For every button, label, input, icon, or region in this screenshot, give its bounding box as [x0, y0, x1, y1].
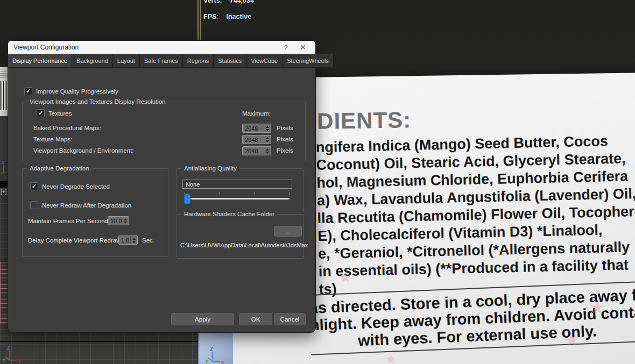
antialiasing-title: Antialiasing Quality [181, 165, 239, 172]
checkbox-checked-icon: ✓ [24, 87, 32, 95]
viewport-border-line [197, 0, 201, 43]
axis-y-label: y [3, 357, 5, 362]
pixels-unit: Pixels [277, 125, 293, 131]
verts-value: 744,034 [230, 0, 254, 4]
resolution-group-title: Viewport Images and Textures Display Res… [27, 98, 168, 105]
spinner-arrows-icon[interactable] [122, 217, 129, 225]
spinner-arrows-icon[interactable] [130, 236, 137, 244]
tab-steeringwheels[interactable]: SteeringWheels [283, 54, 334, 67]
ingredients-text: ngifera Indica (Mango) Seed Butter, Coco… [315, 132, 635, 298]
axis-y-label: y [206, 358, 208, 363]
cache-folder-title: Hardware Shaders Cache Folder [181, 211, 277, 217]
sec-unit: Sec. [142, 237, 154, 244]
tab-statistics[interactable]: Statistics [214, 54, 246, 67]
spinner-arrows-icon[interactable] [264, 147, 271, 155]
ground-axis-line [0, 341, 199, 342]
screen: Verts:744,034 FPS:Inactive DIENTS: ngife… [0, 0, 635, 364]
check-icon: ✓ [32, 202, 37, 208]
axis-x-label: x [221, 359, 224, 364]
apply-button[interactable]: Apply [171, 313, 234, 325]
baked-procedural-maps-label: Baked Procedural Maps: [33, 125, 101, 131]
browse-button[interactable]: ... [274, 226, 302, 237]
textures-checkbox[interactable]: ✓ Textures [37, 109, 72, 117]
spinner-value: 10.0 [108, 218, 122, 224]
delay-redraw-label: Delay Complete Viewport Redraw: [28, 237, 123, 244]
tab-viewcube[interactable]: ViewCube [246, 54, 283, 67]
checkbox-unchecked-icon: ✓ [30, 201, 38, 209]
help-icon[interactable]: ? [278, 41, 294, 54]
dialog-tabbar: Display Performance Background Layout Sa… [8, 54, 315, 68]
spinner-arrows-icon[interactable] [264, 124, 271, 132]
pixels-unit: Pixels [277, 136, 293, 142]
tab-safe-frames[interactable]: Safe Frames [140, 54, 183, 67]
check-icon: ✓ [38, 110, 43, 116]
ingredients-heading: DIENTS: [317, 107, 412, 134]
slider-ticks [185, 192, 290, 195]
check-icon: ✓ [26, 88, 31, 94]
never-degrade-label: Never Degrade Selected [42, 183, 110, 190]
directions-text: as directed. Store in a cool, dry place … [309, 281, 635, 355]
tab-regions[interactable]: Regions [183, 54, 214, 67]
never-degrade-checkbox[interactable]: ✓ Never Degrade Selected [30, 182, 110, 190]
spinner-value: 2048 [243, 148, 264, 154]
antialiasing-quality-field[interactable]: None [182, 180, 292, 189]
baked-procedural-maps-spinner[interactable]: 2048 [242, 124, 271, 133]
fps-label: FPS: [203, 13, 218, 20]
maximum-label: Maximum: [242, 110, 271, 117]
spinner-arrows-icon[interactable] [264, 135, 271, 144]
cache-folder-group: Hardware Shaders Cache Folder ... C:\Use… [177, 214, 304, 259]
checkbox-checked-icon: ✓ [37, 109, 45, 117]
maintain-fps-spinner[interactable]: 10.0 [108, 216, 129, 225]
adaptive-degradation-group: Adaptive Degradation ✓ Never Degrade Sel… [22, 168, 168, 257]
improve-quality-label: Improve Quality Progressively [36, 88, 118, 95]
axis-z-label: Z [7, 345, 10, 351]
antialiasing-slider-handle[interactable] [184, 194, 190, 204]
antialiasing-group: Antialiasing Quality None [177, 168, 304, 212]
close-icon[interactable]: ✕ [295, 41, 311, 54]
axis-gizmo-icon: Z y x [205, 346, 225, 364]
viewport-background-spinner[interactable]: 2048 [242, 146, 271, 155]
pixels-unit: Pixels [277, 147, 293, 154]
axis-gizmo-icon: Z y x [2, 345, 23, 363]
tab-layout[interactable]: Layout [113, 54, 140, 67]
check-icon: ✓ [32, 183, 37, 189]
axis-z-label: Z [210, 346, 213, 352]
viewport-background-label: Viewport Background / Environment: [33, 147, 133, 154]
verts-label: Verts: [203, 0, 222, 4]
improve-quality-checkbox[interactable]: ✓ Improve Quality Progressively [24, 87, 118, 95]
texture-maps-label: Texture Maps: [33, 136, 72, 142]
barcode-fragment [0, 81, 8, 110]
axis-x-label: x [18, 358, 21, 363]
adaptive-degradation-title: Adaptive Degradation [27, 165, 92, 172]
left-black-strip [0, 181, 8, 188]
antialiasing-slider-track[interactable] [184, 198, 290, 199]
checkbox-checked-icon: ✓ [30, 182, 38, 190]
viewport-configuration-dialog: Viewport Configuration ? ✕ Display Perfo… [8, 40, 316, 333]
never-redraw-checkbox[interactable]: ✓ Never Redraw After Degradation [30, 201, 131, 209]
dialog-title: Viewport Configuration [13, 44, 79, 51]
spinner-value: 1.0 [119, 237, 130, 244]
texture-maps-spinner[interactable]: 2048 [242, 135, 271, 144]
dialog-titlebar[interactable]: Viewport Configuration ? ✕ [8, 41, 315, 54]
viewport-corner-menu[interactable]: [+] [1, 189, 6, 195]
resolution-group: Viewport Images and Textures Display Res… [22, 102, 306, 161]
ok-button[interactable]: OK [239, 313, 272, 325]
star-decoration-icon: ★ [385, 352, 397, 364]
spinner-value: 2048 [243, 125, 264, 132]
fps-stat: FPS:Inactive [203, 13, 251, 20]
cancel-button[interactable]: Cancel [274, 313, 306, 325]
fps-value: Inactive [226, 13, 251, 20]
delay-redraw-spinner[interactable]: 1.0 [118, 235, 138, 245]
tab-display-performance[interactable]: Display Performance [8, 54, 72, 67]
textures-label: Textures [48, 110, 72, 117]
maintain-fps-label: Maintain Frames Per Second: [28, 218, 110, 224]
verts-stat: Verts:744,034 [203, 0, 254, 4]
tab-background[interactable]: Background [72, 54, 113, 67]
spinner-value: 2048 [243, 137, 264, 143]
axis-z-label: Z [2, 160, 4, 165]
wireframe-object-fragment [0, 262, 8, 324]
never-redraw-label: Never Redraw After Degradation [42, 202, 131, 209]
cache-folder-path: C:\Users\UVW\AppData\Local\Autodesk\3dsM… [180, 242, 308, 248]
